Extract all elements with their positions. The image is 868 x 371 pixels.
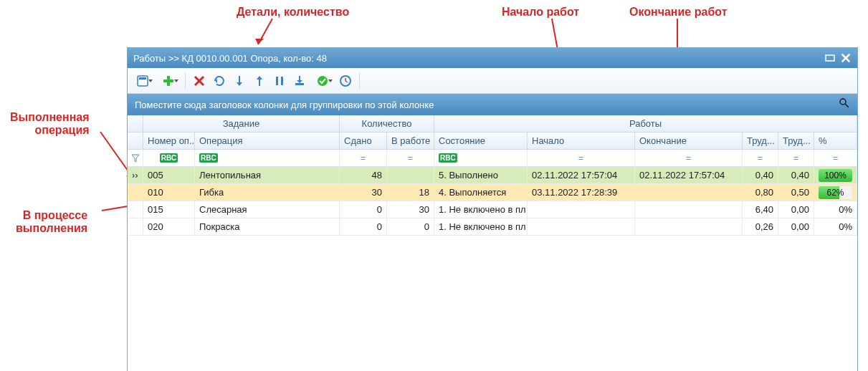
filter-t2[interactable]: = [778, 150, 814, 166]
minimize-icon[interactable] [824, 54, 836, 62]
titlebar[interactable]: Работы >> КД 0010.00.001 Опора, кол-во: … [128, 48, 857, 68]
svg-rect-14 [826, 55, 834, 61]
filter-num[interactable]: RBC [143, 150, 195, 166]
pause-icon[interactable] [270, 72, 289, 90]
cell-start: 02.11.2022 17:57:04 [528, 167, 635, 183]
filter-op[interactable]: RBC [195, 150, 340, 166]
col-num[interactable]: Номер оп... [143, 132, 195, 149]
arrow-down-icon[interactable] [230, 72, 249, 90]
cell-t1: 0,80 [743, 184, 778, 201]
col-t1[interactable]: Труд... [743, 132, 778, 149]
callout-done-op: Выполненная операция [10, 111, 90, 136]
table-row[interactable]: 010Гибка30184. Выполняется03.11.2022 17:… [128, 184, 857, 201]
callout-inprogress: В процессе выполнения [16, 209, 87, 234]
cell-t2: 0,50 [778, 184, 814, 201]
add-icon[interactable] [156, 72, 181, 90]
cell-start [528, 218, 635, 235]
cell-num: 020 [143, 218, 195, 235]
import-icon[interactable] [290, 72, 309, 90]
svg-rect-30 [295, 83, 304, 85]
cell-t2: 0,00 [778, 201, 814, 218]
filter-state[interactable]: RBC [434, 150, 528, 166]
callout-start: Начало работ [502, 6, 579, 19]
arrow-up-icon[interactable] [250, 72, 269, 90]
row-indicator-icon [128, 201, 143, 218]
svg-point-37 [840, 99, 846, 105]
filter-end[interactable]: = [635, 150, 743, 166]
filter-t1[interactable]: = [743, 150, 778, 166]
filter-funnel-icon[interactable] [128, 150, 143, 166]
svg-marker-1 [255, 39, 264, 44]
cell-op: Лентопильная [195, 167, 340, 183]
col-t2[interactable]: Труд... [778, 132, 814, 149]
svg-rect-28 [276, 77, 278, 85]
svg-line-0 [258, 19, 272, 44]
cell-op: Гибка [195, 184, 340, 201]
cell-done: 0 [340, 218, 387, 235]
cell-end [635, 218, 743, 235]
cell-done: 30 [340, 184, 387, 201]
indicator-col [128, 115, 143, 132]
approve-icon[interactable] [310, 72, 335, 90]
col-state[interactable]: Состояние [434, 132, 528, 149]
callout-details: Детали, количество [237, 6, 349, 19]
col-done[interactable]: Сдано [340, 132, 387, 149]
cell-t1: 0,26 [743, 218, 778, 235]
table-row[interactable]: ›005Лентопильная485. Выполнено02.11.2022… [128, 167, 857, 184]
cell-state: 4. Выполняется [434, 184, 528, 201]
filter-start[interactable]: = [528, 150, 635, 166]
search-icon[interactable] [839, 97, 850, 112]
row-indicator-icon [128, 184, 143, 201]
svg-line-38 [845, 104, 849, 107]
group-by-bar[interactable]: Поместите сюда заголовок колонки для гру… [128, 94, 857, 115]
cell-inwork: 0 [387, 218, 434, 235]
cell-end [635, 201, 743, 218]
cell-done: 0 [340, 201, 387, 218]
cell-inwork: 30 [387, 201, 434, 218]
grid-body: ›005Лентопильная485. Выполнено02.11.2022… [128, 167, 857, 371]
svg-rect-18 [139, 77, 146, 80]
svg-rect-20 [163, 80, 173, 82]
cell-pct: 62% [814, 184, 857, 201]
cell-state: 1. Не включено в пл... [434, 218, 528, 235]
svg-rect-29 [281, 77, 283, 85]
history-icon[interactable] [336, 72, 355, 90]
cell-t1: 6,40 [743, 201, 778, 218]
cell-start [528, 201, 635, 218]
svg-line-36 [345, 81, 348, 82]
close-icon[interactable] [840, 54, 852, 62]
cell-state: 5. Выполнено [434, 167, 528, 183]
cell-num: 005 [143, 167, 195, 183]
table-row[interactable]: 015Слесарная0301. Не включено в пл...6,4… [128, 201, 857, 218]
svg-marker-32 [297, 80, 302, 83]
progress-bar: 100% [819, 169, 852, 182]
table-row[interactable]: 020Покраска001. Не включено в пл...0,260… [128, 218, 857, 236]
cell-done: 48 [340, 167, 387, 183]
band-jobs[interactable]: Работы [434, 115, 857, 132]
filter-inwork[interactable]: = [387, 150, 434, 166]
col-end[interactable]: Окончание [635, 132, 743, 149]
col-start[interactable]: Начало [528, 132, 635, 149]
layout-icon[interactable] [130, 72, 155, 90]
app-window: Работы >> КД 0010.00.001 Опора, кол-во: … [127, 47, 858, 371]
cell-num: 015 [143, 201, 195, 218]
cell-pct: 0% [814, 201, 857, 218]
progress-bar: 62% [819, 186, 852, 199]
cell-t2: 0,40 [778, 167, 814, 183]
col-op[interactable]: Операция [195, 132, 340, 149]
band-qty[interactable]: Количество [340, 115, 434, 132]
cell-pct: 0% [814, 218, 857, 235]
filter-done[interactable]: = [340, 150, 387, 166]
refresh-icon[interactable] [210, 72, 229, 90]
cell-op: Покраска [195, 218, 340, 235]
cell-t2: 0,00 [778, 218, 814, 235]
filter-pct[interactable]: = [814, 150, 857, 166]
cell-pct: 100% [814, 167, 857, 183]
col-pct[interactable]: % [814, 132, 857, 149]
group-by-hint: Поместите сюда заголовок колонки для гру… [135, 100, 434, 110]
col-inwork[interactable]: В работе [387, 132, 434, 149]
svg-marker-27 [257, 76, 262, 80]
window-title: Работы >> КД 0010.00.001 Опора, кол-во: … [133, 53, 327, 64]
delete-icon[interactable] [190, 72, 209, 90]
band-task[interactable]: Задание [143, 115, 340, 132]
